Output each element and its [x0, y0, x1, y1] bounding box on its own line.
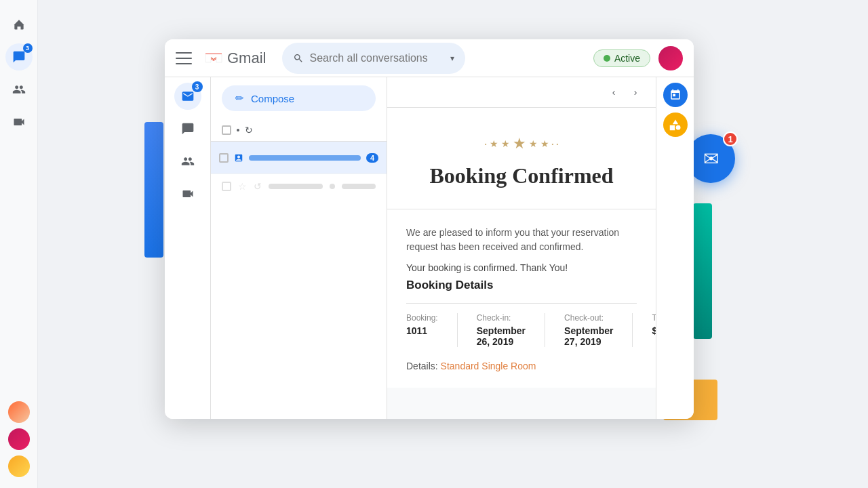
star-dot-3: •: [556, 141, 558, 147]
decorative-blue-bar: [144, 122, 163, 258]
star-sm-1: ★: [490, 138, 498, 149]
email-content-area: • ★ ★ ★ ★ ★ • • Booking Confirmed: [387, 108, 656, 419]
gmail-inner: 3 ✏ Compose: [165, 77, 694, 419]
active-dot: [604, 55, 610, 62]
email-subject-bar: [249, 155, 361, 161]
compose-button[interactable]: ✏ Compose: [222, 85, 376, 111]
sidebar-people-icon[interactable]: [174, 148, 201, 175]
email-list: 4 ☆ ↺: [211, 142, 387, 419]
app-icon-video[interactable]: [5, 108, 33, 136]
booking-header-card: • ★ ★ ★ ★ ★ • • Booking Confirmed: [387, 108, 656, 209]
skeleton-row-1: ☆ ↺: [211, 174, 387, 199]
star-dot-1: •: [485, 141, 487, 147]
gmail-window: Gmail ▾ Active 3: [165, 39, 694, 419]
compose-icon: ✏: [235, 92, 244, 104]
left-app-bar: 3: [0, 0, 38, 488]
booking-col-checkout: Check-out: September 27, 2019: [564, 313, 633, 347]
star-sm-3: ★: [529, 138, 538, 149]
skel-checkbox: [222, 182, 231, 191]
gmail-logo-text: Gmail: [227, 49, 266, 67]
details-label: Details:: [406, 361, 438, 371]
booking-col-number: Booking: 1011: [406, 313, 458, 347]
app-icon-home[interactable]: [5, 11, 33, 38]
star-dot-2: •: [552, 141, 554, 147]
email-detail: ‹ › • ★ ★ ★ ★: [387, 77, 656, 419]
gmail-left-panel: ✏ Compose ↻: [211, 77, 387, 419]
left-avatars: [8, 401, 30, 477]
inbox-icon: [234, 153, 243, 163]
booking-number-label: Booking:: [406, 313, 438, 323]
booking-col-checkin: Check-in: September 26, 2019: [477, 313, 545, 347]
booking-title: Booking Confirmed: [401, 163, 642, 188]
mail-badge: 3: [192, 81, 203, 92]
booking-details-card: We are pleased to inform you that your r…: [387, 209, 656, 388]
gmail-header: Gmail ▾ Active: [165, 39, 694, 77]
email-item-selected[interactable]: 4: [211, 142, 387, 174]
skel-bar: [269, 184, 323, 189]
active-status-badge: Active: [593, 49, 650, 67]
skel-icon: ↺: [254, 181, 262, 192]
user-avatar[interactable]: [658, 46, 683, 70]
email-count: 4: [366, 153, 378, 163]
email-checkbox[interactable]: [219, 153, 229, 163]
gmail-right-sidebar: [656, 77, 694, 419]
booking-room-details: Details: Standard Single Room: [406, 361, 637, 371]
checkout-value: September 27, 2019: [564, 325, 613, 347]
active-label: Active: [614, 53, 640, 64]
checkin-label: Check-in:: [477, 313, 526, 323]
app-icon-chat[interactable]: 3: [5, 43, 33, 70]
email-toolbar: ↻: [211, 119, 387, 142]
booking-details-table: Booking: 1011 Check-in: September 26, 20…: [406, 303, 637, 347]
refresh-icon[interactable]: ↻: [245, 125, 253, 136]
left-avatar-2[interactable]: [8, 428, 30, 450]
skel-star: ☆: [238, 181, 247, 192]
skel-bar-end: [342, 184, 376, 189]
search-dropdown-icon[interactable]: ▾: [450, 54, 454, 63]
gmail-sidebar: 3: [165, 77, 211, 419]
star-lg: ★: [513, 135, 526, 152]
checkout-label: Check-out:: [564, 313, 613, 323]
chat-badge: 3: [23, 43, 33, 53]
gmail-logo: Gmail: [203, 47, 266, 69]
detail-toolbar: ‹ ›: [387, 77, 656, 108]
nav-prev-button[interactable]: ‹: [604, 83, 623, 102]
search-input[interactable]: [309, 52, 445, 64]
notification-badge: 1: [723, 131, 738, 146]
right-icon-calendar[interactable]: [663, 83, 688, 107]
search-bar[interactable]: ▾: [282, 43, 465, 74]
select-all-checkbox[interactable]: [222, 125, 231, 135]
gmail-main: ✏ Compose ↻: [211, 77, 694, 419]
svg-rect-2: [669, 125, 675, 131]
booking-intro-text: We are pleased to inform you that your r…: [406, 226, 637, 254]
booking-details-heading: Booking Details: [406, 279, 637, 292]
search-icon: [293, 53, 304, 64]
sidebar-mail-icon[interactable]: 3: [174, 83, 201, 110]
skel-bar-long: [330, 184, 335, 189]
room-link[interactable]: Standard Single Room: [441, 361, 536, 371]
star-sm-4: ★: [540, 138, 549, 149]
checkin-value: September 26, 2019: [477, 325, 526, 347]
decorative-teal-bar: [693, 203, 712, 339]
envelope-icon: ✉: [703, 148, 719, 170]
sidebar-video-icon[interactable]: [174, 180, 201, 207]
left-avatar-1[interactable]: [8, 401, 30, 423]
sidebar-chat-icon[interactable]: [174, 115, 201, 142]
nav-next-button[interactable]: ›: [626, 83, 645, 102]
right-icon-tasks[interactable]: [663, 113, 688, 137]
toolbar-nav: ‹ ›: [604, 83, 645, 102]
stars-row: • ★ ★ ★ ★ ★ • •: [401, 135, 642, 152]
booking-confirmed-text: Your booking is confirmed. Thank You!: [406, 262, 637, 273]
compose-label: Compose: [251, 93, 294, 104]
left-avatar-3[interactable]: [8, 455, 30, 477]
app-icon-people[interactable]: [5, 76, 33, 103]
star-sm-2: ★: [501, 138, 510, 149]
booking-number-value: 1011: [406, 325, 438, 336]
hamburger-menu[interactable]: [176, 52, 192, 64]
toolbar-dot: [237, 129, 239, 131]
svg-point-1: [675, 125, 680, 130]
